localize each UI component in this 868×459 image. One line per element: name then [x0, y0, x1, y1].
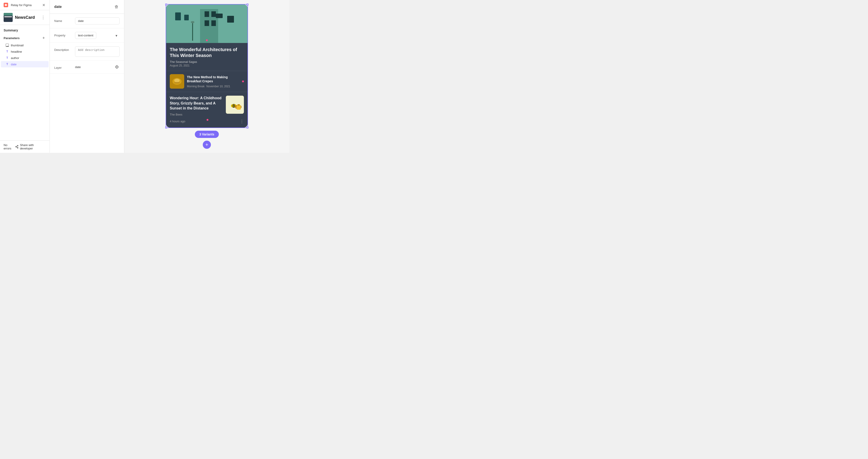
param-headline[interactable]: T headline — [1, 49, 49, 55]
svg-point-32 — [174, 79, 180, 82]
component-thumbnail — [4, 13, 13, 22]
news-item-1-title: The New Method to Making Breakfast Crepe… — [187, 75, 239, 83]
figma-icon: ✦ — [165, 0, 167, 0]
svg-line-4 — [17, 147, 18, 148]
summary-title: Summary — [0, 25, 50, 34]
svg-rect-37 — [232, 104, 235, 108]
property-select[interactable]: text-content — [75, 32, 96, 39]
bees-thumb-svg — [226, 96, 244, 114]
svg-point-2 — [17, 147, 18, 148]
svg-rect-20 — [211, 11, 216, 17]
add-parameter-button[interactable]: + — [41, 36, 46, 40]
property-label: Property — [54, 32, 72, 37]
param-date[interactable]: T date — [1, 61, 49, 67]
svg-rect-6 — [116, 5, 117, 6]
more-options-button[interactable]: ⋮ — [40, 15, 46, 20]
layer-value: date — [75, 65, 112, 69]
last-item-body: Wondering Hour: A Childhood Story, Grizz… — [170, 96, 244, 119]
layer-row: date — [75, 64, 120, 70]
parameters-label: Parameters — [4, 36, 20, 40]
corner-handle-bl — [165, 127, 167, 128]
svg-rect-41 — [237, 105, 241, 110]
last-item-text: Wondering Hour: A Childhood Story, Grizz… — [170, 96, 223, 119]
last-item-more-button[interactable]: ⋮ — [240, 119, 244, 124]
news-item-1-meta: Morning Break November 10, 2021 — [187, 85, 239, 88]
hero-content: The Wonderful Architectures of This Wint… — [166, 43, 248, 71]
svg-rect-22 — [211, 20, 216, 26]
plugin-name: Relay for Figma — [11, 3, 39, 7]
pink-dot-last — [207, 119, 209, 121]
target-icon[interactable] — [114, 64, 120, 70]
description-label: Description — [54, 47, 72, 52]
share-icon — [15, 145, 19, 149]
left-panel: Relay for Figma ✕ NewsCard ⋮ Summary Par… — [0, 0, 50, 153]
plugin-header: Relay for Figma ✕ — [0, 0, 50, 10]
news-item-1-date: November 10, 2021 — [206, 85, 230, 88]
share-label: Share with developer — [20, 143, 46, 150]
svg-rect-21 — [205, 20, 209, 26]
news-thumb-food — [170, 74, 184, 89]
param-headline-label: headline — [11, 50, 22, 53]
hero-title: The Wonderful Architectures of This Wint… — [170, 47, 244, 58]
description-field-group: Description — [50, 43, 124, 61]
svg-rect-23 — [192, 23, 193, 41]
share-with-developer-button[interactable]: Share with developer — [15, 143, 46, 150]
param-thumbnail-label: thumbnail — [11, 43, 24, 47]
news-list-item-1: The New Method to Making Breakfast Crepe… — [166, 71, 248, 92]
center-panel: date Name Property text-content Descript… — [50, 0, 124, 153]
svg-rect-27 — [227, 16, 234, 23]
svg-rect-26 — [216, 13, 223, 18]
param-thumbnail[interactable]: thumbnail — [1, 42, 49, 49]
close-button[interactable]: ✕ — [41, 3, 46, 7]
property-field-group: Property text-content — [50, 28, 124, 43]
layer-label: Layer — [54, 64, 72, 69]
text-icon-date: T — [5, 62, 9, 66]
description-input[interactable] — [75, 47, 120, 57]
svg-rect-28 — [175, 12, 181, 20]
plugin-logo — [4, 3, 8, 7]
svg-line-3 — [17, 146, 18, 147]
layer-field-group: Layer date — [50, 61, 124, 73]
news-item-1-source: Morning Break — [187, 85, 205, 88]
add-variant-button[interactable]: + — [203, 141, 211, 149]
news-item-1-content: The New Method to Making Breakfast Crepe… — [187, 75, 239, 88]
svg-rect-33 — [174, 82, 180, 84]
canvas-panel: ✦ NewsCard — [124, 0, 289, 153]
svg-rect-42 — [238, 104, 240, 105]
variants-badge[interactable]: 3 Variants — [195, 131, 219, 138]
text-icon-headline: T — [5, 50, 9, 53]
svg-point-1 — [16, 146, 17, 147]
hero-source: The Seasonal Sagas — [170, 60, 244, 64]
pink-dot-item1 — [242, 81, 244, 82]
property-select-wrapper: text-content — [75, 32, 120, 39]
last-item-source: The Bees — [170, 113, 223, 116]
svg-rect-39 — [233, 106, 235, 107]
parameters-header: Parameters + — [0, 34, 50, 42]
center-header: date — [50, 0, 124, 14]
name-input[interactable] — [75, 18, 120, 24]
canvas-area: ✦ NewsCard — [166, 4, 248, 149]
name-label: Name — [54, 18, 72, 23]
last-item-title: Wondering Hour: A Childhood Story, Grizz… — [170, 96, 223, 111]
center-title: date — [54, 5, 62, 9]
news-card: The Wonderful Architectures of This Wint… — [166, 4, 248, 127]
delete-button[interactable] — [113, 4, 120, 10]
panel-footer: No errors Share with developer — [0, 141, 50, 153]
svg-point-25 — [191, 21, 194, 23]
text-icon-author: T — [5, 56, 9, 60]
last-thumb — [226, 96, 244, 114]
selection-border: The Wonderful Architectures of This Wint… — [166, 4, 248, 128]
news-card-last-item: Wondering Hour: A Childhood Story, Grizz… — [166, 92, 248, 127]
svg-point-0 — [17, 145, 18, 146]
trash-icon — [114, 5, 119, 9]
svg-rect-19 — [205, 11, 209, 17]
image-icon — [5, 43, 9, 47]
param-author[interactable]: T author — [1, 55, 49, 61]
svg-point-11 — [116, 66, 117, 67]
param-author-label: author — [11, 56, 19, 60]
param-date-label: date — [11, 63, 17, 66]
name-field-group: Name — [50, 14, 124, 28]
hero-image-svg — [166, 4, 248, 43]
panel-body: Summary Parameters + thumbnail T headlin… — [0, 25, 50, 141]
hero-image — [166, 4, 248, 43]
